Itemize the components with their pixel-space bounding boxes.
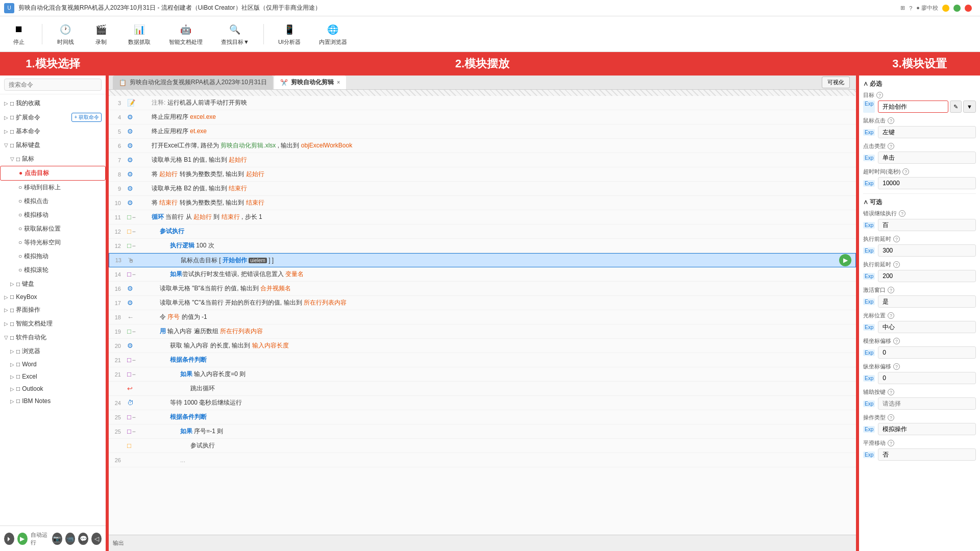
- mouse-click-label: 鼠标点击 ?: [863, 117, 976, 124]
- play-button[interactable]: ⏵: [4, 533, 14, 545]
- collapse-icon-25a[interactable]: −: [132, 414, 136, 421]
- stop-button[interactable]: ⏹ 停止: [6, 20, 32, 48]
- search-input[interactable]: [4, 79, 102, 91]
- tree-get-mouse-pos[interactable]: ○ 获取鼠标位置: [0, 222, 106, 236]
- exec-delay2-input[interactable]: [878, 270, 976, 282]
- y-offset-input[interactable]: [878, 372, 976, 384]
- collapse-icon-19[interactable]: −: [132, 328, 136, 335]
- tree-outlook[interactable]: ▷ □ Outlook: [0, 383, 106, 395]
- tree-move-to-target[interactable]: ○ 移动到目标上: [0, 181, 106, 194]
- x-offset-exp-tag: Exp: [863, 349, 875, 356]
- cursor-pos-select[interactable]: 中心左上角: [878, 321, 976, 333]
- on-error-select[interactable]: 百否: [878, 219, 976, 231]
- expand-button[interactable]: ◁: [91, 533, 102, 545]
- target-input[interactable]: [878, 101, 948, 113]
- tab-2[interactable]: ✂️ 剪映自动化剪辑 ×: [274, 76, 346, 89]
- toolbar-divider-2: [263, 24, 264, 44]
- exec-delay1-input[interactable]: [878, 244, 976, 257]
- target-label: 目标 ?: [863, 91, 976, 99]
- activate-win-select[interactable]: 是否: [878, 295, 976, 308]
- record-button[interactable]: 🎬 录制: [88, 20, 114, 48]
- tree-keybox[interactable]: ▷ □ KeyBox: [0, 291, 106, 303]
- mouse-click-select[interactable]: 左键右键中键: [878, 126, 976, 138]
- close-button[interactable]: [965, 5, 972, 12]
- chat-button[interactable]: 💬: [78, 533, 88, 545]
- click-type-row: 点击类型 ? Exp 单击双击: [863, 142, 976, 164]
- tree-sim-drag[interactable]: ○ 模拟拖动: [0, 249, 106, 263]
- collapse-icon[interactable]: −: [132, 214, 136, 221]
- click-type-input-group: Exp 单击双击: [863, 152, 976, 164]
- optional-section-label: ∧ 可选: [863, 198, 976, 207]
- tree-mouse[interactable]: ▽ □ 鼠标: [0, 152, 106, 166]
- timeout-row: 超时时间(毫秒) ? Exp: [863, 168, 976, 189]
- tree-mouse-kb[interactable]: ▽ □ 鼠标键盘: [0, 138, 106, 152]
- tree-my-fav[interactable]: ▷ □ 我的收藏: [0, 96, 106, 110]
- collapse-icon-12b[interactable]: −: [132, 242, 136, 249]
- browser-icon: 🌐: [326, 22, 340, 37]
- right-sidebar: 3.模块设置 ∧ 必选 目标 ? Exp ✎ ▼: [857, 52, 980, 551]
- collapse-icon-14[interactable]: −: [132, 271, 136, 278]
- ui-analyzer-button[interactable]: 📱 UI分析器: [274, 20, 305, 48]
- op-type-select[interactable]: 模拟操作API操作: [878, 423, 976, 435]
- timeout-input[interactable]: [878, 177, 976, 189]
- on-error-info-icon: ?: [899, 210, 905, 217]
- smooth-move-label: 平滑移动 ?: [863, 439, 976, 447]
- tree-sim-scroll[interactable]: ○ 模拟滚轮: [0, 263, 106, 277]
- tree-wait-cursor[interactable]: ○ 等待光标空间: [0, 236, 106, 249]
- click-type-select[interactable]: 单击双击: [878, 152, 976, 164]
- title-text: 剪映自动化混合复视频RPA机器人2023年10月31日 - 流程创建者（UiBo…: [18, 4, 900, 12]
- run-line-button[interactable]: ▶: [839, 254, 851, 266]
- activate-win-exp-tag: Exp: [863, 298, 875, 305]
- tree-excel[interactable]: ▷ □ Excel: [0, 370, 106, 383]
- camera-button[interactable]: 📷: [52, 533, 62, 545]
- tree-keyboard[interactable]: ▷ □ 键盘: [0, 277, 106, 291]
- collapse-icon-21b[interactable]: −: [132, 371, 136, 378]
- collapse-icon-21a[interactable]: −: [132, 357, 136, 364]
- target-edit-button[interactable]: ✎: [950, 101, 962, 113]
- minimize-button[interactable]: [942, 5, 949, 12]
- visualize-button[interactable]: 可视化: [822, 77, 850, 88]
- target-exp-tag: Exp: [863, 101, 875, 113]
- mouse-click-exp-tag: Exp: [863, 129, 875, 136]
- collapse-icon-12a[interactable]: −: [132, 228, 136, 235]
- ui-analyzer-icon: 📱: [282, 22, 297, 37]
- browser-button[interactable]: 🌐 内置浏览器: [315, 20, 351, 48]
- tree-ibm-notes[interactable]: ▷ □ IBM Notes: [0, 395, 106, 407]
- tab-1[interactable]: 📋 剪映自动化混合复视频RPA机器人2023年10月31日: [113, 76, 273, 89]
- target-dropdown-button[interactable]: ▼: [963, 101, 976, 113]
- maximize-button[interactable]: [953, 5, 961, 12]
- x-offset-row: 模坐标偏移 ? Exp: [863, 337, 976, 359]
- smooth-move-select[interactable]: 否是: [878, 448, 976, 461]
- folder-icon: □: [10, 334, 14, 341]
- tree-browser[interactable]: ▷ □ 浏览器: [0, 344, 106, 358]
- tree-click-target[interactable]: ● 点击目标: [0, 166, 106, 181]
- timeout-label: 超时时间(毫秒) ?: [863, 168, 976, 176]
- help-icon[interactable]: ?: [909, 5, 912, 11]
- code-line-13[interactable]: 13 🖱 鼠标点击目标 [ 开始创作 uielem ] ] ▶: [109, 253, 856, 267]
- collapse-icon-25b[interactable]: −: [132, 428, 136, 435]
- click-type-label: 点击类型 ?: [863, 142, 976, 150]
- tree-ui-ops[interactable]: ▷ □ 界面操作: [0, 303, 106, 317]
- activate-win-input-group: Exp 是否: [863, 295, 976, 308]
- tree-basic[interactable]: ▷ □ 基本命令: [0, 124, 106, 138]
- tree-word[interactable]: ▷ □ Word: [0, 358, 106, 370]
- grid-icon[interactable]: ⊞: [900, 5, 905, 11]
- ai-doc-button[interactable]: 🤖 智能文档处理: [165, 20, 207, 48]
- tree-sim-move[interactable]: ○ 模拟移动: [0, 208, 106, 222]
- get-command-button[interactable]: + 获取命令: [71, 113, 102, 122]
- video-button[interactable]: 📹: [65, 533, 76, 545]
- data-capture-button[interactable]: 📊 数据抓取: [124, 20, 155, 48]
- run-button[interactable]: ▶: [17, 533, 28, 545]
- tree-smart-doc[interactable]: ▷ □ 智能文档处理: [0, 317, 106, 331]
- op-type-label: 操作类型 ?: [863, 414, 976, 421]
- tree-expand[interactable]: ▷ □ 扩展命令 + 获取命令: [0, 110, 106, 124]
- x-offset-input[interactable]: [878, 346, 976, 359]
- timeline-button[interactable]: 🕐 时间线: [53, 20, 78, 48]
- section3-header: 3.模块设置: [859, 52, 980, 76]
- hotkey-input[interactable]: [878, 397, 976, 410]
- find-target-button[interactable]: 🔍 查找目标▼: [217, 20, 253, 48]
- tree-sim-click[interactable]: ○ 模拟点击: [0, 194, 106, 208]
- tree-software-auto[interactable]: ▽ □ 软件自动化: [0, 331, 106, 344]
- op-type-exp-tag: Exp: [863, 426, 875, 433]
- tab-close-2[interactable]: ×: [337, 80, 340, 85]
